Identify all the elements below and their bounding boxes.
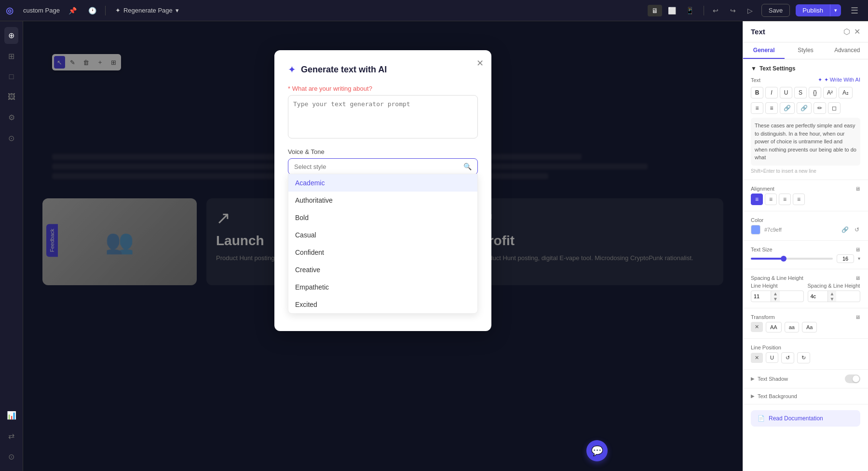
modal-close-button[interactable]: ✕: [476, 58, 484, 69]
line-pos-over-btn[interactable]: ↺: [781, 352, 794, 363]
redo-button[interactable]: ↪: [727, 5, 739, 16]
color-link-btn[interactable]: 🔗: [841, 225, 850, 234]
ul-btn[interactable]: ≡: [751, 102, 763, 114]
panel-detach-btn[interactable]: ⬡: [843, 27, 850, 36]
dropdown-item-empathetic[interactable]: Empathetic: [288, 278, 477, 296]
dropdown-item-authoritative[interactable]: Authoritative: [288, 192, 477, 209]
align-justify-btn[interactable]: ≡: [793, 194, 805, 205]
main-layout: ⊕ ⊞ □ 🖼 ⚙ ⊙ 📊 ⇄ ⊙ ↖ ✎ 🗑 ＋ ⊞ A ourne ven.: [0, 21, 868, 471]
line-pos-clear-btn[interactable]: ✕: [751, 353, 763, 363]
line-height-input[interactable]: [751, 292, 771, 301]
dropdown-item-bold[interactable]: Bold: [288, 209, 477, 226]
color-reset-btn[interactable]: ↺: [854, 225, 860, 234]
undo-button[interactable]: ↩: [710, 5, 721, 16]
transform-aa-title-btn[interactable]: Aa: [802, 322, 817, 332]
pin-button[interactable]: 📌: [66, 5, 80, 16]
tab-styles[interactable]: Styles: [785, 42, 826, 59]
color-text-btn[interactable]: ✏: [814, 102, 826, 114]
dropdown-item-creative[interactable]: Creative: [288, 261, 477, 278]
write-ai-label: ✦ Write With AI: [824, 77, 860, 83]
link-btn[interactable]: 🔗: [780, 102, 795, 114]
dropdown-item-academic[interactable]: Academic: [288, 174, 477, 192]
voice-tone-section: Voice & Tone 🔍 Academic Authoritative Bo…: [288, 148, 478, 314]
dropdown-item-casual[interactable]: Casual: [288, 226, 477, 244]
text-settings-section: ▼ Text Settings Text ✦ ✦ Write With AI B…: [743, 59, 868, 180]
align-center-btn[interactable]: ≡: [765, 194, 777, 205]
text-shadow-toggle[interactable]: [845, 374, 860, 383]
align-right-btn[interactable]: ≡: [779, 194, 791, 205]
italic-btn[interactable]: I: [765, 87, 778, 98]
code-btn[interactable]: {}: [809, 87, 821, 98]
sidebar-analytics-icon[interactable]: 📊: [3, 407, 20, 424]
bold-btn[interactable]: B: [751, 87, 763, 98]
color-section: Color #7c9eff 🔗 ↺: [743, 211, 868, 241]
text-size-input[interactable]: [837, 254, 854, 263]
line-pos-under-btn[interactable]: U: [766, 352, 778, 363]
sidebar-settings-icon[interactable]: ⚙: [4, 109, 19, 126]
color-value: #7c9eff: [764, 227, 837, 233]
sidebar-more-icon[interactable]: ⊙: [4, 130, 18, 147]
line-height-spinner[interactable]: ▲ ▼: [771, 291, 780, 302]
desktop-device-btn[interactable]: 🖥: [648, 5, 662, 16]
text-shadow-header[interactable]: ▶ Text Shadow: [751, 376, 788, 382]
spacing-spinner[interactable]: ▲ ▼: [827, 291, 837, 302]
align-left-btn[interactable]: ≡: [751, 194, 763, 205]
panel-close-btn[interactable]: ✕: [854, 27, 860, 36]
style-select[interactable]: 🔍: [288, 158, 478, 175]
style-search-input[interactable]: [294, 163, 463, 170]
text-size-section: Text Size 🖥 ▾: [743, 241, 868, 269]
doc-icon: 📄: [758, 415, 765, 422]
dropdown-item-excited[interactable]: Excited: [288, 296, 477, 313]
tab-advanced[interactable]: Advanced: [827, 42, 868, 59]
line-pos-through-btn[interactable]: ↻: [797, 352, 810, 363]
transform-section: Transform 🖥 ✕ AA aa Aa: [743, 308, 868, 339]
sidebar-page-icon[interactable]: □: [5, 69, 18, 85]
prompt-textarea[interactable]: [288, 95, 478, 139]
save-button[interactable]: Save: [761, 4, 790, 17]
transform-clear-btn[interactable]: ✕: [751, 322, 763, 332]
search-icon: 🔍: [463, 163, 472, 170]
text-shadow-toggle-row: ▶ Text Shadow: [751, 374, 860, 383]
panel-header: Text ⬡ ✕: [743, 21, 868, 42]
dropdown-item-confident[interactable]: Confident: [288, 244, 477, 261]
color-row: Color: [751, 217, 860, 223]
text-content[interactable]: These cases are perfectly simple and eas…: [751, 118, 860, 166]
text-size-slider-thumb[interactable]: [781, 256, 787, 262]
canvas-bg: ↖ ✎ 🗑 ＋ ⊞ A ourne ven. Produ . Techstars: [23, 21, 743, 471]
chat-bubble-button[interactable]: 💬: [586, 440, 608, 461]
mobile-device-btn[interactable]: 📱: [682, 5, 698, 16]
sidebar-media-icon[interactable]: 🖼: [4, 89, 19, 105]
publish-button[interactable]: Publish: [796, 4, 830, 16]
publish-dropdown-button[interactable]: ▾: [830, 4, 841, 16]
underline-btn[interactable]: U: [780, 87, 792, 98]
read-documentation-button[interactable]: 📄 Read Documentation: [751, 410, 860, 427]
panel-tabs: General Styles Advanced: [743, 42, 868, 59]
write-ai-button[interactable]: ✦ ✦ Write With AI: [818, 77, 860, 83]
subscript-btn[interactable]: A₂: [839, 87, 853, 98]
text-size-slider-track[interactable]: [751, 258, 833, 260]
unlink-btn[interactable]: 🔗: [797, 102, 812, 114]
sidebar-bottom-icon[interactable]: ⊙: [4, 448, 18, 465]
sidebar-layers-icon[interactable]: ⇄: [4, 428, 18, 444]
preview-button[interactable]: ▷: [745, 5, 756, 16]
sidebar-home-icon[interactable]: ⊕: [4, 27, 18, 44]
history-button[interactable]: 🕐: [85, 5, 99, 16]
menu-button[interactable]: ☰: [847, 3, 862, 18]
color-swatch[interactable]: [751, 225, 760, 235]
line-height-input-row: ▲ ▼: [751, 291, 804, 302]
line-height-label: Line Height: [751, 283, 804, 289]
regenerate-button[interactable]: ✦ Regenerate Page ▾: [111, 5, 183, 16]
spacing-input[interactable]: [808, 292, 827, 301]
ai-sparkle-icon: ✦: [288, 64, 296, 75]
transform-aa-lower-btn[interactable]: aa: [785, 322, 799, 332]
line-height-up: ▲: [773, 291, 778, 296]
highlight-btn[interactable]: ◻: [828, 102, 841, 114]
ol-btn[interactable]: ≡: [765, 102, 778, 114]
tab-general[interactable]: General: [743, 42, 785, 59]
transform-aa-btn[interactable]: AA: [766, 322, 782, 332]
text-background-header[interactable]: ▶ Text Background: [751, 393, 860, 399]
strikethrough-btn[interactable]: S: [794, 87, 807, 98]
sidebar-grid-icon[interactable]: ⊞: [4, 48, 18, 65]
tablet-device-btn[interactable]: ⬜: [664, 5, 680, 16]
superscript-btn[interactable]: A²: [823, 87, 837, 98]
